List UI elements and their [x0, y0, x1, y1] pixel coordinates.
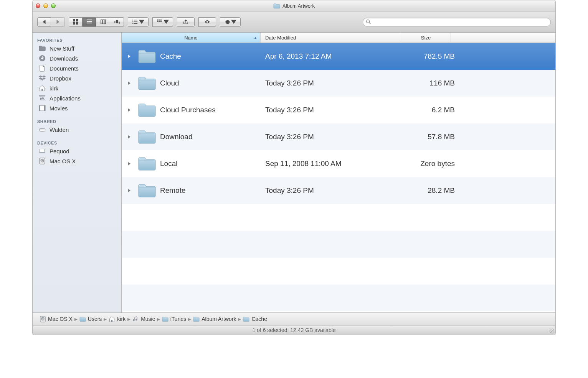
- sidebar-item-label: kirk: [50, 85, 58, 92]
- path-segment[interactable]: Users: [79, 316, 102, 322]
- coverflow-view-button[interactable]: [110, 17, 124, 27]
- sidebar-item[interactable]: Mac OS X: [33, 156, 121, 166]
- path-segment[interactable]: Mac OS X: [40, 316, 73, 322]
- window-title: Album Artwork: [33, 0, 555, 11]
- path-label: Cache: [251, 316, 267, 322]
- sidebar-item[interactable]: New Stuff: [33, 43, 121, 53]
- search-icon: [366, 19, 371, 25]
- folder-icon: [137, 49, 160, 64]
- movie-icon: [38, 104, 46, 112]
- icon-view-button[interactable]: [69, 17, 83, 27]
- download-icon: [38, 54, 46, 62]
- hdd-icon: [38, 157, 46, 165]
- column-header-name[interactable]: Name ▲: [122, 33, 261, 43]
- file-size: 782.5 MB: [401, 52, 459, 61]
- back-button[interactable]: [37, 17, 51, 27]
- traffic-lights: [36, 3, 56, 8]
- disclosure-triangle-icon[interactable]: [122, 135, 137, 139]
- disclosure-triangle-icon[interactable]: [122, 54, 137, 58]
- music-icon: [132, 316, 139, 322]
- sidebar-item[interactable]: kirk: [33, 83, 121, 93]
- list-view-button[interactable]: [83, 17, 96, 27]
- path-label: kirk: [117, 316, 126, 322]
- status-text: 1 of 6 selected, 12.42 GB available: [252, 327, 335, 333]
- file-date-modified: Today 3:26 PM: [261, 186, 401, 195]
- path-segment[interactable]: Cache: [243, 316, 267, 322]
- sidebar-item-label: Documents: [50, 65, 79, 72]
- column-header-name-label: Name: [184, 35, 198, 41]
- table-row[interactable]: Cache Apr 6, 2013 7:12 AM 782.5 MB: [122, 43, 555, 70]
- minimize-button[interactable]: [43, 3, 48, 8]
- sidebar-item[interactable]: Movies: [33, 103, 121, 113]
- file-date-modified: Sep 11, 2008 11:00 AM: [261, 159, 401, 168]
- titlebar[interactable]: Album Artwork: [33, 0, 555, 12]
- document-icon: [38, 64, 46, 72]
- file-name: Cloud Purchases: [160, 106, 261, 114]
- home-icon: [109, 316, 115, 322]
- file-date-modified: Apr 6, 2013 7:12 AM: [261, 52, 401, 61]
- forward-button[interactable]: [51, 17, 65, 27]
- sidebar-heading: DEVICES: [33, 138, 121, 146]
- zoom-button[interactable]: [51, 3, 56, 8]
- quicklook-group: [198, 17, 216, 27]
- sidebar-item-label: Dropbox: [50, 75, 71, 82]
- column-view-button[interactable]: [96, 17, 110, 27]
- path-segment[interactable]: kirk: [109, 316, 126, 322]
- search-input[interactable]: [363, 18, 551, 26]
- nav-group: [37, 17, 65, 27]
- folder-icon: [137, 76, 160, 91]
- dropbox-icon: [38, 74, 46, 82]
- table-row[interactable]: Download Today 3:26 PM 57.8 MB: [122, 123, 555, 150]
- file-list: Cache Apr 6, 2013 7:12 AM 782.5 MB Cloud…: [122, 43, 555, 312]
- close-button[interactable]: [36, 3, 40, 8]
- disclosure-triangle-icon[interactable]: [122, 108, 137, 112]
- chevron-right-icon: ▶: [127, 317, 130, 321]
- table-row[interactable]: Cloud Today 3:26 PM 116 MB: [122, 70, 555, 97]
- table-row[interactable]: Local Sep 11, 2008 11:00 AM Zero bytes: [122, 150, 555, 177]
- sidebar-item-label: New Stuff: [50, 45, 74, 52]
- resize-grip[interactable]: [549, 329, 554, 333]
- share-button[interactable]: [177, 17, 195, 27]
- path-segment[interactable]: iTunes: [162, 316, 187, 322]
- sidebar-item[interactable]: Documents: [33, 63, 121, 73]
- sidebar-item[interactable]: Pequod: [33, 146, 121, 156]
- column-header-size[interactable]: Size: [401, 33, 451, 43]
- app-icon: [38, 94, 46, 102]
- action-button[interactable]: [220, 17, 241, 27]
- finder-window: Album Artwork: [32, 0, 556, 335]
- folder-icon: [137, 102, 160, 118]
- table-row[interactable]: Remote Today 3:26 PM 28.2 MB: [122, 177, 555, 204]
- arrange-button[interactable]: [128, 17, 149, 27]
- chevron-right-icon: ▶: [74, 317, 78, 321]
- sidebar-item-label: Mac OS X: [50, 158, 76, 164]
- sidebar-item-label: Applications: [50, 95, 81, 102]
- action-group: [220, 17, 241, 27]
- server-icon: [38, 126, 46, 133]
- disclosure-triangle-icon[interactable]: [122, 189, 137, 192]
- arrange-group: [128, 17, 149, 27]
- sidebar-item[interactable]: Downloads: [33, 53, 121, 63]
- path-label: Music: [141, 316, 155, 322]
- file-name: Remote: [160, 186, 261, 195]
- disclosure-triangle-icon[interactable]: [122, 162, 137, 166]
- column-header-spacer: [451, 33, 555, 43]
- path-segment[interactable]: Music: [132, 316, 155, 322]
- table-row[interactable]: Cloud Purchases Today 3:26 PM 6.2 MB: [122, 97, 555, 123]
- sidebar-heading: SHARED: [33, 117, 121, 125]
- sidebar-item[interactable]: Dropbox: [33, 73, 121, 83]
- column-header-date[interactable]: Date Modified: [261, 33, 401, 43]
- path-segment[interactable]: Album Artwork: [193, 316, 236, 322]
- sidebar-item[interactable]: Applications: [33, 93, 121, 103]
- sidebar-item-label: Movies: [50, 105, 68, 112]
- chevron-right-icon: ▶: [104, 317, 107, 321]
- disclosure-triangle-icon[interactable]: [122, 81, 137, 85]
- item-arrangement-button[interactable]: [152, 17, 173, 27]
- path-label: Album Artwork: [202, 316, 236, 322]
- file-date-modified: Today 3:26 PM: [261, 106, 401, 114]
- quicklook-button[interactable]: [198, 17, 216, 27]
- chevron-right-icon: ▶: [238, 317, 241, 321]
- toolbar: [33, 12, 555, 33]
- file-name: Cloud: [160, 79, 261, 87]
- sidebar-item[interactable]: Walden: [33, 125, 121, 135]
- file-name: Cache: [160, 52, 261, 61]
